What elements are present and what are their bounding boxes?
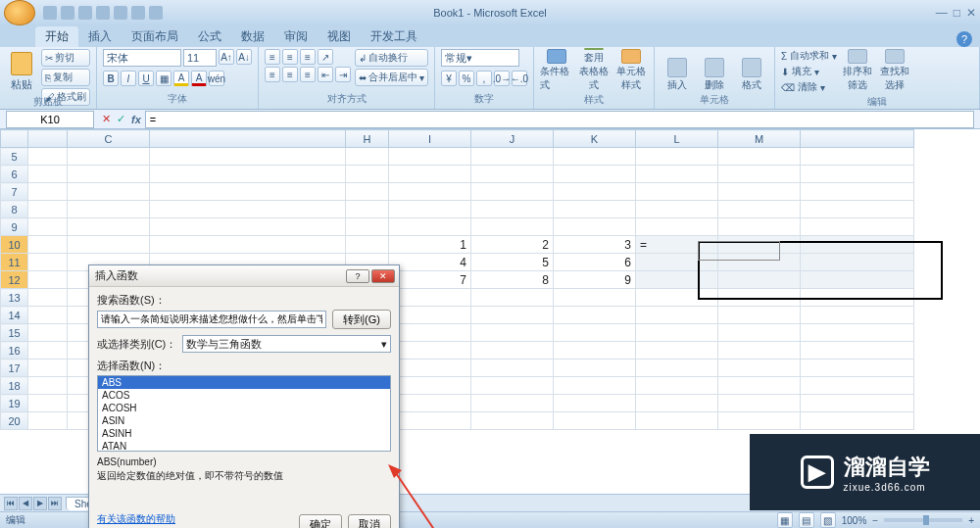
paste-button[interactable]: 粘贴	[6, 49, 37, 92]
cell[interactable]	[68, 166, 150, 183]
conditional-format-button[interactable]: 条件格式	[540, 49, 573, 92]
cell[interactable]: 5	[471, 254, 554, 271]
zoom-in-icon[interactable]: +	[968, 515, 974, 526]
cell[interactable]	[471, 360, 554, 377]
row-header[interactable]: 14	[1, 307, 28, 324]
cell[interactable]	[801, 254, 914, 271]
view-pagebreak-icon[interactable]: ▧	[820, 512, 836, 528]
tab-dev[interactable]: 开发工具	[361, 26, 427, 47]
cell[interactable]	[718, 412, 801, 430]
cell[interactable]	[554, 360, 636, 377]
border-icon[interactable]: ▦	[156, 71, 172, 86]
cell[interactable]	[554, 218, 636, 236]
cell[interactable]	[636, 360, 718, 377]
cell[interactable]	[718, 395, 801, 412]
restore-icon[interactable]: □	[954, 6, 960, 20]
cell[interactable]	[150, 166, 346, 183]
cell[interactable]	[150, 148, 346, 166]
cell[interactable]	[801, 166, 914, 183]
cell[interactable]	[636, 307, 718, 324]
dialog-help-icon[interactable]: ?	[346, 269, 369, 283]
cell[interactable]	[346, 148, 389, 166]
cell[interactable]	[636, 183, 718, 201]
col-header[interactable]: K	[554, 130, 636, 148]
underline-button[interactable]: U	[138, 71, 154, 86]
row-header[interactable]: 18	[1, 377, 28, 395]
cell[interactable]: 4	[389, 254, 471, 271]
select-all-corner[interactable]	[1, 130, 28, 148]
tab-insert[interactable]: 插入	[78, 26, 122, 47]
col-header[interactable]: M	[718, 130, 801, 148]
row-header[interactable]: 10	[1, 236, 28, 254]
col-header[interactable]	[150, 130, 346, 148]
cell[interactable]	[801, 289, 914, 307]
cell[interactable]	[28, 183, 68, 201]
view-normal-icon[interactable]: ▦	[777, 512, 793, 528]
function-item[interactable]: ACOSH	[98, 402, 390, 414]
cell[interactable]	[68, 148, 150, 166]
cell[interactable]	[389, 289, 471, 307]
orientation-icon[interactable]: ↗	[318, 49, 333, 65]
cell[interactable]	[389, 218, 471, 236]
dialog-close-icon[interactable]: ✕	[371, 269, 395, 283]
tab-layout[interactable]: 页面布局	[122, 26, 188, 47]
cell[interactable]	[636, 166, 718, 183]
cancel-formula-icon[interactable]: ✕	[102, 113, 111, 125]
cell[interactable]: 3	[554, 236, 636, 254]
row-header[interactable]: 6	[1, 166, 28, 183]
row-header[interactable]: 13	[1, 289, 28, 307]
font-size-select[interactable]: 11	[183, 49, 217, 67]
qat-undo-icon[interactable]	[61, 6, 74, 20]
row-header[interactable]: 12	[1, 271, 28, 289]
copy-button[interactable]: ⎘ 复制	[41, 69, 90, 86]
row-header[interactable]: 16	[1, 342, 28, 360]
cell[interactable]	[718, 324, 801, 342]
row-header[interactable]: 7	[1, 183, 28, 201]
cell[interactable]	[389, 342, 471, 360]
sheet-nav-last-icon[interactable]: ⏭	[48, 497, 62, 510]
cell[interactable]: 9	[554, 271, 636, 289]
cell[interactable]	[554, 412, 636, 430]
cell[interactable]	[389, 166, 471, 183]
cell[interactable]	[471, 183, 554, 201]
fill-button[interactable]: ⬇ 填充 ▾	[781, 65, 837, 78]
currency-icon[interactable]: ¥	[441, 71, 457, 86]
cell[interactable]	[554, 201, 636, 218]
clear-button[interactable]: ⌫ 清除 ▾	[781, 80, 837, 94]
cell[interactable]	[389, 307, 471, 324]
delete-cells-button[interactable]: 删除	[698, 49, 731, 92]
cell[interactable]	[801, 148, 914, 166]
autosum-button[interactable]: Σ 自动求和 ▾	[781, 49, 837, 63]
fill-color-icon[interactable]: A	[173, 71, 189, 86]
comma-icon[interactable]: ,	[476, 71, 492, 86]
cell[interactable]	[801, 218, 914, 236]
cell[interactable]	[636, 324, 718, 342]
cell[interactable]	[636, 412, 718, 430]
cell[interactable]	[389, 324, 471, 342]
enter-formula-icon[interactable]: ✓	[117, 113, 125, 125]
cell[interactable]	[471, 377, 554, 395]
cell[interactable]	[28, 201, 68, 218]
decrease-font-icon[interactable]: A↓	[236, 49, 252, 65]
cell[interactable]	[28, 236, 68, 254]
cell[interactable]	[471, 148, 554, 166]
cell[interactable]	[801, 377, 914, 395]
function-item[interactable]: ACOS	[98, 389, 390, 402]
number-format-select[interactable]: 常规 ▾	[441, 49, 519, 67]
cell[interactable]: 7	[389, 271, 471, 289]
cell[interactable]	[28, 412, 68, 430]
cell[interactable]: 1	[389, 236, 471, 254]
cell[interactable]	[68, 201, 150, 218]
row-header[interactable]: 15	[1, 324, 28, 342]
align-top-icon[interactable]: ≡	[265, 49, 280, 65]
cell[interactable]	[801, 324, 914, 342]
cell[interactable]	[636, 254, 718, 271]
cell[interactable]: =	[636, 236, 718, 254]
cell[interactable]	[28, 218, 68, 236]
cell[interactable]	[346, 218, 389, 236]
function-list[interactable]: ABS ACOS ACOSH ASIN ASINH ATAN ATAN2	[97, 375, 391, 452]
tab-view[interactable]: 视图	[318, 26, 361, 47]
formula-bar[interactable]: =	[145, 111, 974, 128]
cell[interactable]	[28, 377, 68, 395]
italic-button[interactable]: I	[121, 71, 136, 86]
